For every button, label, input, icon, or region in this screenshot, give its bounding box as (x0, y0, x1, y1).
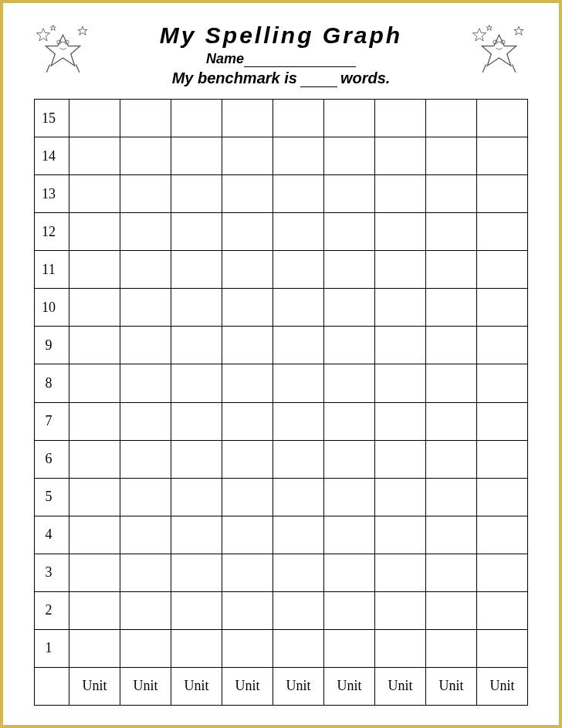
grid-cell[interactable] (273, 554, 324, 591)
grid-cell[interactable] (69, 478, 120, 516)
grid-cell[interactable] (426, 251, 477, 289)
grid-cell[interactable] (222, 137, 273, 175)
grid-cell[interactable] (222, 327, 273, 364)
grid-cell[interactable] (375, 478, 426, 516)
grid-cell[interactable] (375, 100, 426, 137)
grid-cell[interactable] (69, 213, 120, 251)
grid-cell[interactable] (324, 251, 375, 289)
grid-cell[interactable] (375, 175, 426, 213)
grid-cell[interactable] (120, 137, 171, 175)
grid-cell[interactable] (273, 440, 324, 478)
grid-cell[interactable] (222, 175, 273, 213)
grid-cell[interactable] (426, 478, 477, 516)
grid-cell[interactable] (477, 591, 528, 629)
grid-cell[interactable] (69, 364, 120, 402)
grid-cell[interactable] (273, 402, 324, 440)
grid-cell[interactable] (120, 478, 171, 516)
grid-cell[interactable] (324, 629, 375, 667)
grid-cell[interactable] (273, 516, 324, 554)
grid-cell[interactable] (477, 137, 528, 175)
grid-cell[interactable] (426, 629, 477, 667)
grid-cell[interactable] (426, 591, 477, 629)
grid-cell[interactable] (477, 175, 528, 213)
grid-cell[interactable] (171, 554, 222, 591)
grid-cell[interactable] (273, 251, 324, 289)
grid-cell[interactable] (324, 402, 375, 440)
grid-cell[interactable] (222, 213, 273, 251)
grid-cell[interactable] (477, 402, 528, 440)
grid-cell[interactable] (69, 327, 120, 364)
grid-cell[interactable] (477, 629, 528, 667)
grid-cell[interactable] (426, 289, 477, 327)
grid-cell[interactable] (273, 100, 324, 137)
grid-cell[interactable] (426, 175, 477, 213)
grid-cell[interactable] (477, 478, 528, 516)
grid-cell[interactable] (222, 591, 273, 629)
grid-cell[interactable] (222, 289, 273, 327)
grid-cell[interactable] (477, 364, 528, 402)
grid-cell[interactable] (273, 213, 324, 251)
grid-cell[interactable] (324, 554, 375, 591)
grid-cell[interactable] (477, 100, 528, 137)
grid-cell[interactable] (273, 289, 324, 327)
grid-cell[interactable] (426, 364, 477, 402)
grid-cell[interactable] (69, 289, 120, 327)
grid-cell[interactable] (171, 213, 222, 251)
grid-cell[interactable] (273, 137, 324, 175)
grid-cell[interactable] (375, 327, 426, 364)
grid-cell[interactable] (375, 440, 426, 478)
grid-cell[interactable] (324, 327, 375, 364)
grid-cell[interactable] (273, 327, 324, 364)
grid-cell[interactable] (324, 591, 375, 629)
grid-cell[interactable] (69, 516, 120, 554)
grid-cell[interactable] (120, 251, 171, 289)
grid-cell[interactable] (273, 591, 324, 629)
grid-cell[interactable] (69, 440, 120, 478)
grid-cell[interactable] (477, 213, 528, 251)
grid-cell[interactable] (324, 516, 375, 554)
grid-cell[interactable] (120, 440, 171, 478)
grid-cell[interactable] (273, 629, 324, 667)
grid-cell[interactable] (120, 289, 171, 327)
grid-cell[interactable] (477, 554, 528, 591)
grid-cell[interactable] (426, 327, 477, 364)
grid-cell[interactable] (69, 554, 120, 591)
grid-cell[interactable] (324, 364, 375, 402)
grid-cell[interactable] (324, 100, 375, 137)
grid-cell[interactable] (375, 629, 426, 667)
grid-cell[interactable] (375, 251, 426, 289)
grid-cell[interactable] (120, 100, 171, 137)
grid-cell[interactable] (120, 175, 171, 213)
grid-cell[interactable] (324, 213, 375, 251)
grid-cell[interactable] (324, 289, 375, 327)
grid-cell[interactable] (477, 289, 528, 327)
grid-cell[interactable] (69, 175, 120, 213)
grid-cell[interactable] (69, 100, 120, 137)
grid-cell[interactable] (120, 364, 171, 402)
grid-cell[interactable] (120, 402, 171, 440)
grid-cell[interactable] (222, 516, 273, 554)
grid-cell[interactable] (69, 137, 120, 175)
grid-cell[interactable] (171, 516, 222, 554)
grid-cell[interactable] (324, 137, 375, 175)
grid-cell[interactable] (426, 554, 477, 591)
grid-cell[interactable] (375, 591, 426, 629)
grid-cell[interactable] (120, 327, 171, 364)
grid-cell[interactable] (426, 213, 477, 251)
grid-cell[interactable] (222, 100, 273, 137)
grid-cell[interactable] (324, 478, 375, 516)
grid-cell[interactable] (273, 478, 324, 516)
grid-cell[interactable] (375, 137, 426, 175)
grid-cell[interactable] (426, 516, 477, 554)
grid-cell[interactable] (477, 327, 528, 364)
grid-cell[interactable] (69, 629, 120, 667)
grid-cell[interactable] (171, 364, 222, 402)
grid-cell[interactable] (120, 213, 171, 251)
grid-cell[interactable] (222, 440, 273, 478)
grid-cell[interactable] (273, 175, 324, 213)
grid-cell[interactable] (273, 364, 324, 402)
grid-cell[interactable] (324, 175, 375, 213)
grid-cell[interactable] (171, 100, 222, 137)
grid-cell[interactable] (120, 629, 171, 667)
grid-cell[interactable] (375, 554, 426, 591)
